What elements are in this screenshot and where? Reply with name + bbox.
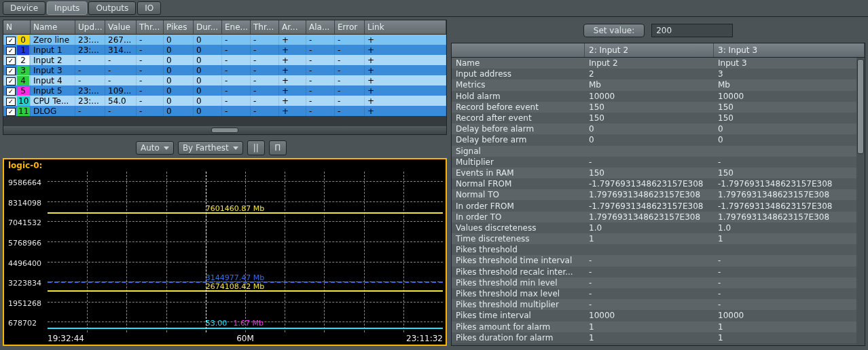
prop-key: Hold alarm xyxy=(452,92,585,101)
set-value-input[interactable] xyxy=(651,24,733,37)
y-tick: 9586664 xyxy=(8,178,41,187)
chart-area[interactable]: logic-0: 7601460.87 Mb3144977.47 Mb26741… xyxy=(3,158,447,346)
prop-key: Pikes threshold xyxy=(452,245,585,254)
table-row[interactable]: 11DLOG---00--+--+ xyxy=(3,106,446,116)
table-row[interactable]: 5Input 523:...109...-00--+--+ xyxy=(3,85,446,96)
prop-val-3: 10000 xyxy=(714,311,865,320)
property-row[interactable]: Pikes threshold time interval-- xyxy=(452,255,865,266)
mode-select[interactable]: By Farthest xyxy=(178,141,243,155)
property-row[interactable]: Hold alarm1000010000 xyxy=(452,91,865,102)
prop-val-3: 1 xyxy=(714,234,865,244)
property-row[interactable]: Normal FROM-1.7976931348623157E308-1.797… xyxy=(452,178,865,189)
col-name[interactable]: Name xyxy=(31,20,75,34)
row-checkbox[interactable] xyxy=(6,57,16,65)
col-n[interactable]: N xyxy=(3,20,31,34)
row-checkbox[interactable] xyxy=(6,37,16,45)
auto-select[interactable]: Auto xyxy=(136,141,174,155)
property-row[interactable]: Normal TO1.7976931348623157E3081.7976931… xyxy=(452,189,865,200)
col-thr[interactable]: Thr... xyxy=(137,20,164,34)
row-checkbox[interactable] xyxy=(6,47,16,55)
property-row[interactable]: Pikes threshold max level-- xyxy=(452,288,865,299)
inputs-table-body[interactable]: 0Zero line23:...267...-00--+--+1Input 12… xyxy=(3,35,446,126)
prop-key: Time discreteness xyxy=(452,234,585,244)
col-thr2[interactable]: Thr... xyxy=(251,20,279,34)
table-row[interactable]: 3Input 3---00--+--+ xyxy=(3,65,446,75)
property-row[interactable]: Pikes threshold multiplier-- xyxy=(452,299,865,310)
property-row[interactable]: Pikes duration for alarm11 xyxy=(452,332,865,343)
prop-val-2: 1.7976931348623157E308 xyxy=(585,212,714,222)
scrollbar-thumb[interactable] xyxy=(211,128,238,133)
inputs-table-header: N Name Upd... Value Thr... Pikes Dur... … xyxy=(3,20,446,35)
prop-val-2: 1.7976931348623157E308 xyxy=(585,190,714,199)
col-dur[interactable]: Dur... xyxy=(194,20,222,34)
property-row[interactable]: MetricsMbMb xyxy=(452,79,865,90)
property-row[interactable]: Pikes threshold recalc inter...-- xyxy=(452,267,865,277)
property-row[interactable]: Record before event150150 xyxy=(452,102,865,113)
table-row[interactable]: 1Input 123:...314...-00--+--+ xyxy=(3,45,446,55)
scrollbar-thumb[interactable] xyxy=(857,59,864,154)
table-row[interactable]: 10CPU Te...23:...54.0-00--+--+ xyxy=(3,96,446,106)
tab-device[interactable]: Device xyxy=(3,1,46,15)
property-row[interactable]: Pikes time interval1000010000 xyxy=(452,310,865,321)
prop-val-3: 0 xyxy=(714,124,865,134)
property-row[interactable]: Input address23 xyxy=(452,69,865,79)
property-row[interactable]: Signal xyxy=(452,146,865,157)
col-pikes[interactable]: Pikes xyxy=(164,20,194,34)
inputs-h-scrollbar[interactable] xyxy=(3,126,446,134)
row-n: 1 xyxy=(17,45,29,55)
row-checkbox[interactable] xyxy=(6,88,16,96)
col-upd[interactable]: Upd... xyxy=(75,20,105,34)
property-row[interactable]: NameInput 2Input 3 xyxy=(452,58,865,69)
property-row[interactable]: Pikes threshold min level-- xyxy=(452,277,865,288)
props-col-key[interactable] xyxy=(452,43,585,57)
row-checkbox[interactable] xyxy=(6,108,16,116)
prop-val-2: 10000 xyxy=(585,92,714,101)
property-row[interactable]: Delay before arm00 xyxy=(452,134,865,145)
property-row[interactable]: Values discreteness1.01.0 xyxy=(452,222,865,233)
tab-outputs[interactable]: Outputs xyxy=(88,1,136,15)
property-row[interactable]: In order FROM-1.7976931348623157E308-1.7… xyxy=(452,200,865,211)
props-col-in3[interactable]: 3: Input 3 xyxy=(714,43,865,57)
tab-inputs[interactable]: Inputs xyxy=(47,1,87,15)
props-col-in2[interactable]: 2: Input 2 xyxy=(585,43,714,57)
property-row[interactable]: Time discreteness11 xyxy=(452,233,865,244)
pause-button[interactable]: || xyxy=(247,140,265,155)
property-row[interactable]: Delay before alarm00 xyxy=(452,123,865,134)
properties-body[interactable]: NameInput 2Input 3Input address23Metrics… xyxy=(452,58,865,345)
pi-button[interactable]: П xyxy=(269,140,287,155)
property-row[interactable]: Pikes threshold xyxy=(452,244,865,255)
tab-io[interactable]: IO xyxy=(137,1,161,15)
y-tick: 7041532 xyxy=(8,218,41,227)
prop-key: Pikes threshold recalc inter... xyxy=(452,267,585,277)
prop-val-2: Mb xyxy=(585,80,714,90)
table-row[interactable]: 0Zero line23:...267...-00--+--+ xyxy=(3,35,446,45)
col-ar[interactable]: Ar... xyxy=(279,20,306,34)
col-ala[interactable]: Ala... xyxy=(306,20,335,34)
col-ene[interactable]: Ene... xyxy=(222,20,251,34)
chart-x-axis: 19:32:44 60M 23:11:32 xyxy=(48,334,443,343)
row-checkbox[interactable] xyxy=(6,77,16,85)
prop-val-2: -1.7976931348623157E308 xyxy=(585,179,714,189)
properties-v-scrollbar[interactable] xyxy=(856,58,865,345)
prop-key: Signal xyxy=(452,147,585,156)
property-row[interactable]: Pikes amount for alarm11 xyxy=(452,322,865,332)
row-checkbox[interactable] xyxy=(6,67,16,75)
prop-key: Pikes threshold max level xyxy=(452,289,585,298)
table-row[interactable]: 2Input 2---00--+--+ xyxy=(3,55,446,65)
table-row[interactable]: 4Input 4---00--+--+ xyxy=(3,75,446,85)
property-row[interactable]: Record after event150150 xyxy=(452,113,865,123)
col-err[interactable]: Error xyxy=(335,20,365,34)
col-link[interactable]: Link xyxy=(365,20,446,34)
properties-table: 2: Input 2 3: Input 3 NameInput 2Input 3… xyxy=(451,43,865,346)
prop-key: Record after event xyxy=(452,113,585,123)
chevron-down-icon xyxy=(164,147,169,150)
set-value-button[interactable]: Set value: xyxy=(583,24,645,37)
property-row[interactable]: Multiplier-- xyxy=(452,157,865,168)
property-row[interactable]: In order TO1.7976931348623157E3081.79769… xyxy=(452,212,865,222)
prop-val-3: -1.7976931348623157E308 xyxy=(714,179,865,189)
col-value[interactable]: Value xyxy=(105,20,137,34)
property-row[interactable]: Events in RAM150150 xyxy=(452,168,865,178)
chart-cursor[interactable] xyxy=(206,172,206,332)
prop-val-3: 0 xyxy=(714,135,865,144)
row-checkbox[interactable] xyxy=(6,98,16,106)
